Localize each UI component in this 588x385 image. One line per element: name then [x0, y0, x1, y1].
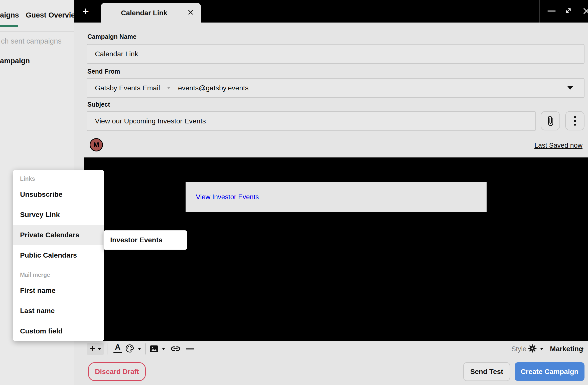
divider	[0, 51, 75, 51]
paperclip-icon	[545, 115, 556, 126]
divider	[0, 31, 75, 32]
chevron-down-icon	[567, 86, 573, 90]
send-from-label: Send From	[87, 68, 120, 75]
chevron-down-icon[interactable]	[138, 348, 141, 350]
send-from-select[interactable]: Gatsby Events Email events@gatsby.events	[87, 78, 584, 98]
investor-events-link[interactable]: View Investor Events	[196, 193, 259, 201]
campaign-name-input[interactable]: Calendar Link	[87, 44, 584, 64]
attach-button[interactable]	[541, 111, 560, 130]
divider	[145, 343, 146, 354]
text-color-icon: A	[113, 343, 122, 351]
style-label: Style	[511, 345, 526, 353]
campaign-name-label: Campaign Name	[87, 33, 136, 40]
subject-label: Subject	[87, 101, 110, 108]
menu-item-survey-link[interactable]: Survey Link	[13, 205, 104, 225]
screen: aigns Guest Overview ch sent campaigns a…	[0, 0, 588, 385]
tab-title: Calendar Link	[121, 9, 167, 17]
new-tab-button[interactable]: +	[80, 4, 92, 19]
menu-section-links: Links	[13, 173, 104, 184]
avatar-initial: M	[93, 141, 99, 149]
insert-link-button[interactable]	[170, 343, 181, 355]
divider	[0, 71, 75, 71]
theme-color-button[interactable]	[125, 343, 135, 354]
text-color-button[interactable]: A	[113, 343, 122, 353]
minimize-icon[interactable]	[547, 11, 556, 12]
bg-tab-guest-overview[interactable]: Guest Overview	[26, 11, 81, 19]
close-icon[interactable]	[581, 6, 588, 17]
plus-icon: +	[82, 5, 89, 18]
last-saved-link[interactable]: Last Saved now	[501, 142, 582, 149]
email-content-block[interactable]: View Investor Events	[186, 182, 487, 212]
send-from-account: Gatsby Events Email	[95, 84, 160, 92]
link-icon	[170, 343, 181, 354]
menu-item-private-calendars[interactable]: Private Calendars	[13, 225, 104, 245]
chevron-down-icon[interactable]	[540, 348, 543, 350]
tab-close-icon[interactable]	[187, 9, 194, 17]
divider	[0, 28, 75, 28]
menu-item-last-name[interactable]: Last name	[13, 301, 104, 321]
gear-icon	[527, 343, 537, 353]
create-campaign-button[interactable]: Create Campaign	[515, 362, 584, 381]
bg-tab-campaigns[interactable]: aigns	[0, 11, 19, 19]
subject-value: View our Upcoming Investor Events	[95, 117, 206, 125]
discard-draft-button[interactable]: Discard Draft	[88, 362, 146, 381]
chevron-down-icon[interactable]	[580, 348, 584, 350]
chevron-down-icon[interactable]	[162, 348, 165, 350]
insert-image-button[interactable]	[149, 343, 159, 355]
menu-item-unsubscribe[interactable]: Unsubscribe	[13, 184, 104, 205]
links-dropdown-menu: Links Unsubscribe Survey Link Private Ca…	[13, 170, 104, 341]
submenu-investor-events[interactable]: Investor Events	[103, 230, 187, 250]
avatar: M	[90, 138, 103, 151]
more-options-button[interactable]	[565, 111, 584, 130]
submenu-label: Investor Events	[110, 236, 163, 244]
insert-button[interactable]: +	[87, 343, 104, 355]
menu-item-custom-field[interactable]: Custom field	[13, 321, 104, 341]
divider	[539, 0, 540, 23]
menu-item-public-calendars[interactable]: Public Calendars	[13, 245, 104, 265]
divider	[107, 343, 107, 354]
menu-section-mail-merge: Mail merge	[13, 265, 104, 280]
campaign-list-row[interactable]: ampaign	[0, 57, 30, 65]
theme-select[interactable]: Marketing	[550, 345, 583, 353]
palette-icon	[125, 343, 135, 353]
chevron-down-icon	[167, 87, 171, 89]
style-settings-button[interactable]	[527, 343, 537, 354]
search-sent-campaigns-input[interactable]: ch sent campaigns	[1, 37, 62, 45]
plus-icon: +	[90, 344, 95, 353]
active-tab-underline	[0, 25, 18, 27]
send-test-button[interactable]: Send Test	[463, 362, 510, 381]
expand-icon[interactable]	[563, 6, 573, 17]
menu-item-first-name[interactable]: First name	[13, 280, 104, 301]
chevron-down-icon	[98, 348, 101, 350]
text-color-underline	[113, 352, 122, 353]
campaign-name-value: Calendar Link	[95, 50, 138, 58]
send-from-email: events@gatsby.events	[178, 84, 249, 92]
kebab-menu-icon	[574, 116, 576, 126]
subject-input[interactable]: View our Upcoming Investor Events	[87, 111, 536, 131]
horizontal-rule-button[interactable]	[186, 348, 194, 349]
image-icon	[149, 343, 159, 354]
